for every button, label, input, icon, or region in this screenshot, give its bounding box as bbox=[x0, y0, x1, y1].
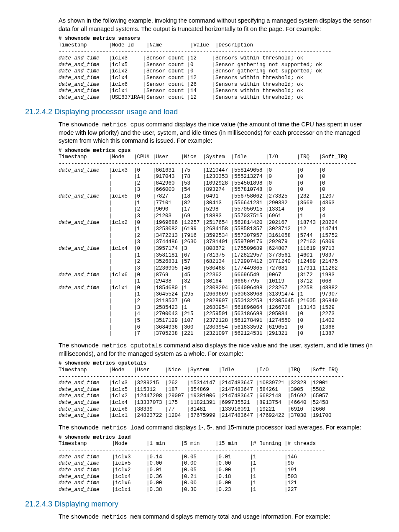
cpus-paragraph: The shownode metrics cpus command displa… bbox=[59, 121, 374, 145]
command-inline: shownode metrics mem bbox=[71, 514, 141, 520]
load-output: # shownode metrics load Timestamp |Node … bbox=[59, 434, 374, 493]
cputotals-paragraph: The shownode metrics cputotals command a… bbox=[59, 342, 374, 358]
text-fragment: The bbox=[59, 121, 71, 128]
section-21-2-4-3-title: 21.2.4.3 Displaying memory bbox=[25, 499, 374, 509]
command-inline: shownode metrics load bbox=[71, 424, 144, 431]
cputotals-output: # shownode metrics cputotals Timestamp |… bbox=[59, 360, 374, 419]
load-paragraph: The shownode metrics load command displa… bbox=[59, 424, 374, 432]
command-inline: shownode metrics cputotals bbox=[71, 342, 162, 349]
text-fragment: The bbox=[59, 342, 71, 349]
text-fragment: command displays memory total and usage … bbox=[141, 513, 330, 520]
text-fragment: The bbox=[59, 424, 71, 431]
mem-paragraph: The shownode metrics mem command display… bbox=[59, 513, 374, 521]
section-21-2-4-2-title: 21.2.4.2 Displaying processor usage and … bbox=[25, 107, 374, 117]
sensors-output: # shownode metrics sensors Timestamp |No… bbox=[59, 36, 374, 101]
intro-paragraph: As shown in the following example, invok… bbox=[59, 17, 374, 33]
text-fragment: command displays 1-, 5-, and 15-minute p… bbox=[144, 424, 361, 431]
text-fragment: The bbox=[59, 513, 71, 520]
cpus-output: # shownode metrics cpus Timestamp |Node … bbox=[59, 148, 374, 337]
command-inline: shownode metrics cpus bbox=[71, 121, 144, 128]
